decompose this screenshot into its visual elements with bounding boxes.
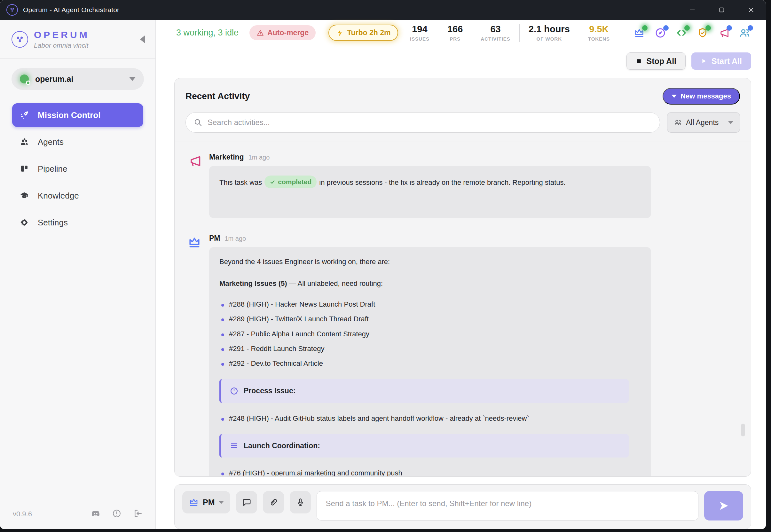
bolt-icon	[336, 29, 344, 37]
issue-item: #288 (HIGH) - Hacker News Launch Post Dr…	[219, 297, 641, 312]
close-icon[interactable]	[736, 0, 766, 20]
issue-item: #291 - Reddit Launch Strategy	[219, 341, 641, 356]
rocket-icon	[19, 110, 29, 120]
send-icon	[718, 500, 730, 512]
launch-coordination-callout: Launch Coordination:	[219, 434, 629, 458]
crown-icon[interactable]	[633, 27, 646, 39]
sidebar-item-label: Agents	[38, 137, 64, 147]
stop-all-button[interactable]: Stop All	[626, 52, 686, 70]
agent-filter-dropdown[interactable]: All Agents	[667, 112, 740, 133]
attach-button[interactable]	[263, 491, 284, 513]
section-heading: Marketing Issues (5) — All unlabeled, ne…	[219, 278, 641, 289]
sidebar-item-settings[interactable]: Settings	[12, 211, 143, 234]
arrow-down-icon	[672, 95, 677, 98]
task-input[interactable]	[317, 491, 699, 520]
status-dot	[642, 25, 648, 31]
stat-hours: 2.1 hoursOF WORK	[520, 24, 579, 42]
sidebar-item-mission-control[interactable]: Mission Control	[12, 103, 143, 127]
graduation-cap-icon	[19, 191, 29, 201]
maximize-icon[interactable]	[707, 0, 736, 20]
code-icon[interactable]	[675, 27, 688, 39]
shield-check-icon[interactable]	[696, 27, 709, 39]
send-button[interactable]	[704, 491, 743, 520]
start-all-button[interactable]: Start All	[691, 52, 751, 70]
message-bubble: This task wascompletedin previous sessio…	[209, 166, 651, 218]
status-dot	[684, 25, 690, 31]
status-bar: 3 working, 3 idle Auto-merge Turbo 2h 2m…	[156, 20, 766, 46]
clock-icon	[230, 387, 239, 395]
process-issue-callout: Process Issue:	[219, 379, 629, 403]
sidebar-item-knowledge[interactable]: Knowledge	[12, 184, 143, 207]
project-status-icon	[20, 74, 29, 83]
agent-name: Marketing	[209, 153, 244, 161]
megaphone-icon[interactable]	[717, 27, 730, 39]
users-icon	[674, 118, 682, 127]
brand-name: OPERUM	[34, 29, 90, 40]
project-selector[interactable]: operum.ai	[12, 68, 144, 90]
stat-tokens: 9.5KTOKENS	[579, 24, 619, 42]
stop-icon	[636, 58, 642, 64]
message-paragraph: Beyond the 4 issues Engineer is working …	[219, 257, 641, 267]
logout-icon[interactable]	[133, 509, 143, 520]
chevron-down-icon	[129, 77, 136, 81]
sidebar-item-agents[interactable]: Agents	[12, 130, 143, 154]
minimize-icon[interactable]	[678, 0, 707, 20]
microphone-button[interactable]	[290, 491, 311, 513]
issue-list: #248 (HIGH) - Audit GitHub status labels…	[219, 411, 641, 426]
brand-tagline: Labor omnia vincit	[34, 42, 90, 49]
app-logo-icon	[6, 4, 18, 16]
comment-icon	[242, 497, 251, 507]
people-icon	[19, 137, 29, 147]
timestamp: 1m ago	[248, 154, 270, 161]
stat-issues: 194ISSUES	[401, 24, 438, 42]
stats-group: 194ISSUES 166PRS 63ACTIVITIES 2.1 hoursO…	[401, 24, 619, 42]
new-messages-button[interactable]: New messages	[663, 88, 740, 105]
sidebar-item-label: Settings	[38, 218, 68, 228]
compass-icon[interactable]	[654, 27, 667, 39]
chevron-down-icon	[219, 501, 224, 504]
sidebar-collapse-icon[interactable]	[140, 35, 145, 43]
agents-working-status: 3 working, 3 idle	[176, 28, 239, 38]
timestamp: 1m ago	[225, 235, 246, 242]
app-version: v0.9.6	[13, 510, 32, 518]
divider	[0, 58, 155, 59]
issue-item: #76 (HIGH) - operum.ai marketing and com…	[219, 466, 641, 476]
turbo-badge[interactable]: Turbo 2h 2m	[328, 25, 398, 41]
microphone-icon	[295, 497, 305, 507]
status-dot	[727, 25, 732, 31]
titlebar: Operum - AI Agent Orchestrator	[0, 0, 766, 20]
agent-selector-dropdown[interactable]: PM	[182, 491, 230, 513]
info-icon[interactable]	[112, 509, 122, 520]
search-icon	[193, 118, 202, 127]
main-area: 3 working, 3 idle Auto-merge Turbo 2h 2m…	[156, 20, 766, 529]
search-input[interactable]	[208, 118, 652, 127]
auto-merge-badge[interactable]: Auto-merge	[249, 25, 316, 40]
operum-logo-icon	[12, 31, 28, 48]
sidebar-item-pipeline[interactable]: Pipeline	[12, 157, 143, 181]
megaphone-icon	[187, 154, 202, 218]
issue-item: #248 (HIGH) - Audit GitHub status labels…	[219, 411, 641, 426]
sidebar-item-label: Pipeline	[38, 164, 67, 174]
play-icon	[701, 58, 707, 64]
search-bar	[185, 112, 660, 133]
stat-activities: 63ACTIVITIES	[472, 24, 519, 42]
action-bar: Stop All Start All	[156, 46, 766, 70]
status-dot	[748, 25, 753, 31]
completed-badge: completed	[264, 176, 317, 188]
brand: OPERUM Labor omnia vincit	[0, 20, 155, 58]
comment-button[interactable]	[236, 491, 257, 513]
issue-item: #289 (HIGH) - Twitter/X Launch Thread Dr…	[219, 312, 641, 326]
issue-item: #292 - Dev.to Technical Article	[219, 356, 641, 371]
activity-header: Recent Activity New messages	[175, 78, 751, 142]
warning-icon	[256, 29, 264, 37]
activity-feed: Marketing 1m ago This task wascompletedi…	[175, 142, 751, 476]
sidebar: OPERUM Labor omnia vincit operum.ai Miss…	[0, 20, 156, 529]
discord-icon[interactable]	[91, 509, 100, 520]
users-icon[interactable]	[738, 27, 751, 39]
crown-icon	[189, 497, 199, 507]
window-title: Operum - AI Agent Orchestrator	[23, 6, 119, 14]
panel-title: Recent Activity	[185, 91, 250, 101]
sidebar-footer: v0.9.6	[0, 501, 155, 529]
scrollbar-thumb[interactable]	[741, 424, 745, 436]
issue-list: #76 (HIGH) - operum.ai marketing and com…	[219, 466, 641, 476]
